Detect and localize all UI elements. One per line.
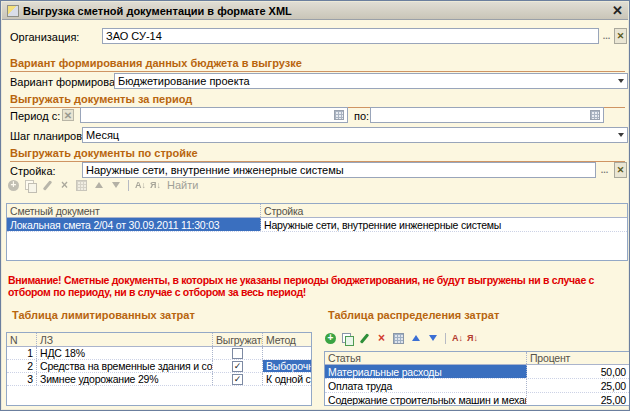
percent-cell[interactable]: 50,00 [527,365,629,378]
limited-costs-header: N ЛЗ Выгружать Метод [7,333,311,347]
stroika-field[interactable]: Наружные сети, внутренние инженерные сис… [82,162,596,178]
copy-icon[interactable] [341,332,354,345]
n-cell: 2 [7,360,37,372]
move-up-icon[interactable] [409,332,422,345]
export-dialog: Выгрузка сметной документации в формате … [0,0,630,411]
checkbox-checked[interactable]: ✓ [232,361,243,372]
edit-pencil-icon[interactable] [41,179,54,192]
toolbar-separator [128,180,129,191]
n-cell: 3 [7,373,37,385]
metod-cell[interactable]: К одной ст... [263,373,311,385]
table-row[interactable]: 3 Зимнее удорожание 29% ✓ К одной ст... [7,373,311,386]
table-row[interactable]: 1 НДС 18% [7,347,311,360]
window-title: Выгрузка сметной документации в формате … [23,5,292,17]
stroika-clear-button[interactable]: ✕ [614,162,627,178]
chevron-down-icon[interactable] [618,133,624,137]
percent-cell[interactable]: 25,00 [527,379,629,392]
metod-cell[interactable] [263,347,311,359]
move-down-icon[interactable] [109,179,122,192]
sort-descending-icon[interactable]: Я↓ [467,332,478,345]
period-from-field[interactable] [80,107,348,123]
limited-costs-table: N ЛЗ Выгружать Метод 1 НДС 18% 2 Средств… [6,332,312,406]
column-header-procent: Процент [527,352,629,364]
form-body: Организация: ЗАО СУ-14 ... ✕ Вариант фор… [2,20,628,409]
article-cell[interactable]: Содержание строительных машин и механизм… [325,393,527,406]
stroika-cell[interactable]: Наружные сети, внутренние инженерные сис… [261,218,627,231]
vygruzhat-cell[interactable] [213,347,263,359]
vygruzhat-cell[interactable]: ✓ [213,373,263,385]
sort-ascending-icon[interactable]: А↓ [452,332,463,345]
variant-value: Бюджетирование проекта [118,75,615,87]
ellipsis-icon: ... [601,165,609,175]
lz-cell[interactable]: Зимнее удорожание 29% [37,373,213,385]
clear-icon: ✕ [64,110,72,121]
variant-select[interactable]: Бюджетирование проекта [114,73,628,89]
organization-label: Организация: [10,31,79,43]
add-icon[interactable]: + [324,332,337,345]
table-row[interactable]: Содержание строительных машин и механизм… [325,393,629,406]
toolbar-separator [445,333,446,344]
copy-icon[interactable] [24,179,37,192]
table-row[interactable]: 2 Средства на временные здания и соору..… [7,360,311,373]
column-header-n: N [7,333,37,346]
organization-value: ЗАО СУ-14 [106,30,595,42]
limited-costs-title: Таблица лимитированных затрат [12,309,195,321]
checkbox-checked[interactable]: ✓ [232,374,243,385]
vygruzhat-cell[interactable]: ✓ [213,360,263,372]
section-period-header: Выгружать документы за период [10,93,625,108]
lz-cell[interactable]: Средства на временные здания и соору... [37,360,213,372]
section-variant-header: Вариант формирования данных бюджета в вы… [10,57,625,72]
organization-clear-button[interactable]: ✕ [614,28,627,44]
clear-icon: ✕ [617,165,625,175]
period-to-field[interactable] [370,107,604,123]
table-row[interactable]: Материальные расходы 50,00 [325,365,629,379]
period-clear-button[interactable]: ✕ [62,109,74,121]
article-cell[interactable]: Материальные расходы [325,365,527,378]
find-button[interactable]: Найти [167,179,198,191]
documents-toolbar: + × А↓ Я↓ Найти [7,178,198,192]
document-cell[interactable]: Локальная смета 2/04 от 30.09.2011 11:30… [7,218,261,231]
section-stroika-header: Выгружать документы по стройке [10,147,625,162]
chevron-down-icon[interactable] [618,79,624,83]
close-icon[interactable]: ✕ [612,4,623,17]
grid-settings-icon[interactable] [75,179,88,192]
grid-settings-icon[interactable] [392,332,405,345]
percent-cell[interactable]: 25,00 [527,393,629,406]
checkbox-unchecked[interactable] [232,348,243,359]
calendar-icon[interactable] [590,110,600,120]
sort-descending-icon[interactable]: Я↓ [150,179,161,192]
distribution-toolbar: + × А↓ Я↓ [324,331,478,345]
step-value: Месяц [86,129,615,141]
documents-table: Сметный документ Стройка Локальная смета… [6,203,628,261]
window-icon [7,5,19,17]
step-label: Шаг планиров.: [10,130,88,142]
lz-cell[interactable]: НДС 18% [37,347,213,359]
title-bar[interactable]: Выгрузка сметной документации в формате … [2,2,628,20]
n-cell: 1 [7,347,37,359]
step-select[interactable]: Месяц [82,127,628,143]
add-icon[interactable]: + [7,179,20,192]
calendar-icon[interactable] [334,110,344,120]
stroika-label: Стройка: [10,165,56,177]
warning-text: Внимание! Сметные документы, в которых н… [8,274,628,298]
delete-icon[interactable]: × [58,179,71,192]
organization-select-button[interactable]: ... [600,28,613,44]
column-header-metod: Метод [263,333,311,346]
table-row[interactable]: Локальная смета 2/04 от 30.09.2011 11:30… [7,218,627,232]
delete-icon[interactable]: × [375,332,388,345]
column-header-document: Сметный документ [7,204,261,217]
edit-pencil-icon[interactable] [358,332,371,345]
organization-field[interactable]: ЗАО СУ-14 [102,28,599,44]
column-header-statya: Статья [325,352,527,364]
move-up-icon[interactable] [92,179,105,192]
stroika-value: Наружные сети, внутренние инженерные сис… [86,164,592,176]
period-from-label: Период с: [10,110,60,122]
stroika-select-button[interactable]: ... [598,162,611,178]
distribution-header: Статья Процент [325,352,629,365]
article-cell[interactable]: Оплата труда [325,379,527,392]
distribution-table: Статья Процент Материальные расходы 50,0… [324,351,630,406]
move-down-icon[interactable] [426,332,439,345]
table-row[interactable]: Оплата труда 25,00 [325,379,629,393]
sort-ascending-icon[interactable]: А↓ [135,179,146,192]
metod-cell[interactable]: Выборочно [263,360,311,372]
